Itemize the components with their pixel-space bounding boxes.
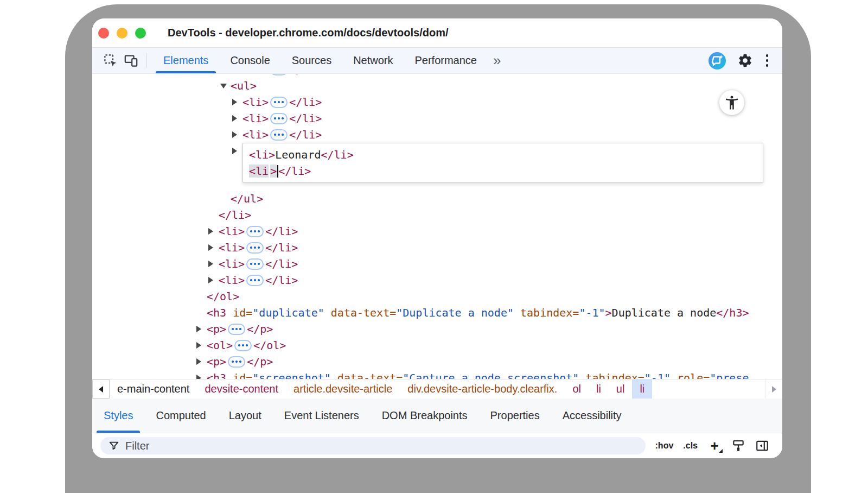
breadcrumb-item-selected[interactable]: li: [632, 380, 652, 399]
ellipsis-expand-button[interactable]: [270, 97, 288, 108]
rendering-emulation-button[interactable]: [731, 439, 745, 453]
accessibility-button[interactable]: [719, 90, 744, 115]
dom-edit-box[interactable]: <li>Leonard</li><li></li>: [242, 143, 763, 183]
filter-input[interactable]: [125, 440, 641, 452]
ellipsis-expand-button[interactable]: [228, 356, 245, 368]
expand-arrow-icon[interactable]: [220, 84, 231, 89]
breadcrumb-item[interactable]: ul: [609, 380, 633, 399]
expand-arrow-icon[interactable]: [208, 277, 219, 283]
dom-node-row[interactable]: </ul>: [92, 191, 782, 207]
ellipsis-expand-button[interactable]: [246, 226, 264, 237]
class-toggle-button[interactable]: .cls: [683, 441, 698, 451]
tab-sources[interactable]: Sources: [281, 48, 342, 73]
ellipsis-expand-button[interactable]: [246, 275, 264, 286]
breadcrumb-scroll-right-button[interactable]: [765, 380, 782, 399]
ellipsis-expand-button[interactable]: [270, 113, 288, 124]
breadcrumb-item[interactable]: div.devsite-article-body.clearfix.: [400, 380, 565, 399]
edit-line[interactable]: <li></li>: [249, 163, 757, 179]
dom-node-row[interactable]: <p></p>: [92, 353, 782, 370]
devtools-toolbar: Elements Console Sources Network Perform…: [92, 48, 782, 74]
ellipsis-expand-button[interactable]: [246, 258, 264, 270]
ellipsis-expand-button[interactable]: [228, 324, 245, 335]
plus-icon: +: [710, 439, 718, 453]
dom-node-text: <li></li>: [219, 257, 298, 270]
expand-arrow-icon[interactable]: [232, 131, 242, 138]
ellipsis-expand-button[interactable]: [270, 129, 288, 141]
more-options-button[interactable]: [764, 52, 771, 69]
dom-node-row[interactable]: <p></p>: [92, 321, 782, 337]
ai-assistant-icon: [708, 52, 726, 70]
settings-button[interactable]: [737, 53, 753, 68]
breadcrumb-item[interactable]: article.devsite-article: [286, 380, 400, 399]
ellipsis-expand-button[interactable]: [270, 74, 288, 75]
title-bar: DevTools - developer.chrome.com/docs/dev…: [92, 18, 782, 48]
devtools-window: DevTools - developer.chrome.com/docs/dev…: [92, 18, 782, 458]
dom-node-text: </ol>: [207, 290, 239, 303]
device-toolbar-button[interactable]: [120, 48, 141, 73]
expand-arrow-icon[interactable]: [232, 115, 242, 122]
dom-node-row[interactable]: <li></li>: [92, 74, 782, 78]
minimize-window-button[interactable]: [117, 28, 127, 39]
expand-arrow-icon[interactable]: [196, 358, 207, 365]
expand-arrow-icon[interactable]: [196, 342, 207, 349]
expand-arrow-icon[interactable]: [208, 228, 219, 235]
tab-styles[interactable]: Styles: [92, 399, 144, 433]
gear-icon: [737, 53, 753, 68]
dom-node-row[interactable]: <li></li>: [92, 94, 782, 110]
dom-node-row[interactable]: <ul>: [92, 78, 782, 94]
tab-elements[interactable]: Elements: [152, 48, 219, 73]
edit-line[interactable]: <li>Leonard</li>: [249, 147, 757, 163]
expand-arrow-icon[interactable]: [196, 326, 207, 332]
toggle-sidebar-button[interactable]: [755, 439, 769, 453]
tab-event-listeners[interactable]: Event Listeners: [273, 399, 371, 433]
clipped-row-wrap: <li></li>: [92, 74, 782, 78]
dom-node-row[interactable]: <h3 id="screenshot" data-text="Capture a…: [92, 370, 782, 379]
dom-rows: <li></li><ul><li></li><li></li><li></li>…: [92, 74, 782, 379]
tab-network[interactable]: Network: [342, 48, 404, 73]
close-window-button[interactable]: [98, 28, 109, 39]
dom-node-row[interactable]: <li></li>: [92, 223, 782, 239]
breadcrumb-item[interactable]: devsite-content: [197, 380, 286, 399]
tab-computed[interactable]: Computed: [144, 399, 217, 433]
expand-arrow-icon[interactable]: [196, 375, 207, 379]
tab-layout[interactable]: Layout: [218, 399, 273, 433]
dom-node-row[interactable]: </li>: [92, 207, 782, 223]
dom-node-row[interactable]: <ol></ol>: [92, 337, 782, 353]
new-style-rule-button[interactable]: +: [707, 439, 722, 453]
expand-arrow-icon[interactable]: [232, 99, 242, 105]
dom-node-row[interactable]: <li></li>: [92, 272, 782, 288]
dom-edit-row[interactable]: <li>Leonard</li><li></li>: [92, 143, 782, 183]
tab-dom-breakpoints[interactable]: DOM Breakpoints: [371, 399, 479, 433]
dom-node-text: <li></li>: [242, 112, 322, 125]
ellipsis-expand-button[interactable]: [246, 242, 264, 254]
dom-node-text: <li></li>: [242, 128, 322, 141]
zoom-window-button[interactable]: [135, 28, 146, 39]
pseudo-state-button[interactable]: :hov: [655, 441, 674, 451]
ellipsis-expand-button[interactable]: [234, 340, 252, 351]
breadcrumb-scroll-left-button[interactable]: [92, 380, 110, 399]
dom-node-row[interactable]: <li></li>: [92, 239, 782, 256]
dom-node-text: <li></li>: [219, 225, 298, 238]
expand-arrow-icon[interactable]: [232, 148, 242, 154]
tab-performance[interactable]: Performance: [404, 48, 488, 73]
dom-node-row[interactable]: <li></li>: [92, 127, 782, 143]
dom-node-text: <h3 id="duplicate" data-text="Duplicate …: [207, 306, 749, 319]
breadcrumb-item[interactable]: e-main-content: [110, 380, 197, 399]
more-panels-button[interactable]: »: [488, 48, 506, 73]
expand-arrow-icon[interactable]: [208, 244, 219, 251]
tab-accessibility[interactable]: Accessibility: [551, 399, 633, 433]
dock-panel-icon: [755, 439, 769, 453]
breadcrumb-item[interactable]: li: [589, 380, 609, 399]
tab-console[interactable]: Console: [219, 48, 280, 73]
ai-assistant-button[interactable]: [708, 52, 726, 70]
dom-node-row[interactable]: <li></li>: [92, 256, 782, 272]
breadcrumb-item[interactable]: ol: [565, 380, 589, 399]
inspect-element-button[interactable]: [100, 48, 120, 73]
expand-arrow-icon[interactable]: [208, 261, 219, 267]
filter-pill[interactable]: [100, 437, 646, 454]
dom-node-text: <ul>: [231, 79, 257, 92]
dom-node-row[interactable]: <h3 id="duplicate" data-text="Duplicate …: [92, 305, 782, 321]
dom-node-row[interactable]: <li></li>: [92, 110, 782, 127]
dom-node-row[interactable]: </ol>: [92, 288, 782, 305]
tab-properties[interactable]: Properties: [479, 399, 551, 433]
